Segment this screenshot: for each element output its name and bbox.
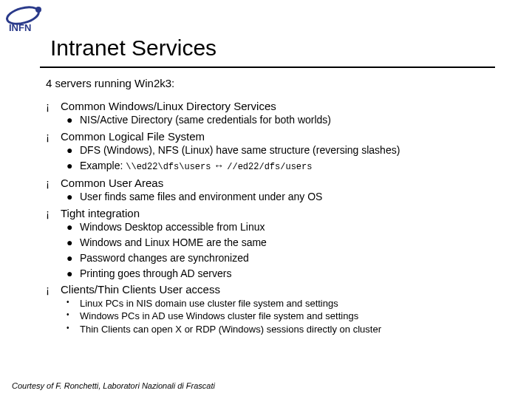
sub-item: ● Windows and Linux HOME are the same: [46, 236, 504, 250]
code-path: //ed22/dfs/users: [227, 162, 312, 172]
bullet-item: ¡ Common User Areas: [46, 176, 504, 190]
sub-text: Example:: [80, 160, 123, 171]
sub-item: ● Printing goes through AD servers: [46, 267, 504, 281]
dot-bullet-icon: ●: [66, 160, 72, 173]
bullet-item: ¡ Common Windows/Linux Directory Service…: [46, 99, 504, 113]
item-label: Clients/Thin Clients User access: [61, 283, 220, 296]
circle-bullet-icon: ¡: [46, 282, 50, 296]
sub-item: ● User finds same files and environment …: [46, 191, 504, 204]
sub-text: Windows and Linux HOME are the same: [80, 236, 267, 248]
svg-text:INFN: INFN: [9, 22, 31, 33]
sub-item: ● Windows Desktop accessible from Linux: [46, 221, 504, 234]
circle-bullet-icon: ¡: [46, 206, 50, 220]
circle-bullet-icon: ¡: [46, 129, 50, 143]
sub-item: ● NIS/Active Directory (same credentials…: [46, 114, 504, 127]
bullet-item: ¡ Common Logical File System: [46, 129, 504, 143]
sub-text: User finds same files and environment un…: [80, 191, 322, 202]
dot-bullet-icon: ●: [66, 236, 72, 250]
bullet-item: ¡ Tight integration: [46, 206, 504, 220]
sub-text: Password changes are synchronized: [80, 252, 249, 264]
sub-item: ● Example: \\ed22\dfs\users ↔ //ed22/dfs…: [46, 160, 504, 173]
sub-text: Windows Desktop accessible from Linux: [80, 221, 265, 233]
circle-bullet-icon: ¡: [46, 176, 50, 190]
circle-bullet-icon: ¡: [46, 99, 50, 113]
dot-bullet-icon: ●: [66, 191, 72, 204]
footer-credit: Courtesy of F. Ronchetti, Laboratori Naz…: [12, 381, 215, 390]
item-label: Common Windows/Linux Directory Services: [61, 100, 276, 112]
sub-item: ● Password changes are synchronized: [46, 252, 504, 265]
item-label: Common User Areas: [61, 177, 163, 189]
sub-text: Thin Clients can open X or RDP (Windows)…: [80, 324, 381, 335]
item-label: Common Logical File System: [61, 130, 205, 143]
code-path: \\ed22\dfs\users: [126, 162, 211, 172]
subtitle: 4 servers running Win2k3:: [46, 77, 174, 89]
title-underline: [40, 66, 495, 68]
arrow-icon: ↔: [214, 160, 224, 171]
dot-bullet-icon: ●: [66, 114, 72, 127]
content-body: ¡ Common Windows/Linux Directory Service…: [46, 99, 504, 337]
item-label: Tight integration: [61, 207, 140, 219]
sub-text: DFS (Windows), NFS (Linux) have same str…: [80, 144, 400, 156]
small-bullet-icon: •: [66, 310, 69, 320]
dot-bullet-icon: ●: [66, 252, 72, 265]
sub-item: ● DFS (Windows), NFS (Linux) have same s…: [46, 144, 504, 157]
small-bullet-icon: •: [66, 298, 69, 307]
sub-text: Windows PCs in AD use Windows cluster fi…: [80, 310, 358, 321]
sub-text: NIS/Active Directory (same credentials f…: [80, 114, 331, 126]
small-bullet-icon: •: [66, 324, 69, 333]
svg-point-1: [35, 7, 41, 13]
bullet-item: ¡ Clients/Thin Clients User access: [46, 282, 504, 296]
sub-item: • Linux PCs in NIS domain use cluster fi…: [46, 298, 504, 310]
sub-text: Linux PCs in NIS domain use cluster file…: [80, 298, 338, 309]
dot-bullet-icon: ●: [66, 144, 72, 157]
logo: INFN: [4, 4, 47, 38]
slide-title: Intranet Services: [50, 35, 216, 61]
sub-text: Printing goes through AD servers: [80, 267, 231, 279]
dot-bullet-icon: ●: [66, 221, 72, 234]
dot-bullet-icon: ●: [66, 267, 72, 281]
sub-item: • Windows PCs in AD use Windows cluster …: [46, 310, 504, 323]
sub-item: • Thin Clients can open X or RDP (Window…: [46, 324, 504, 336]
